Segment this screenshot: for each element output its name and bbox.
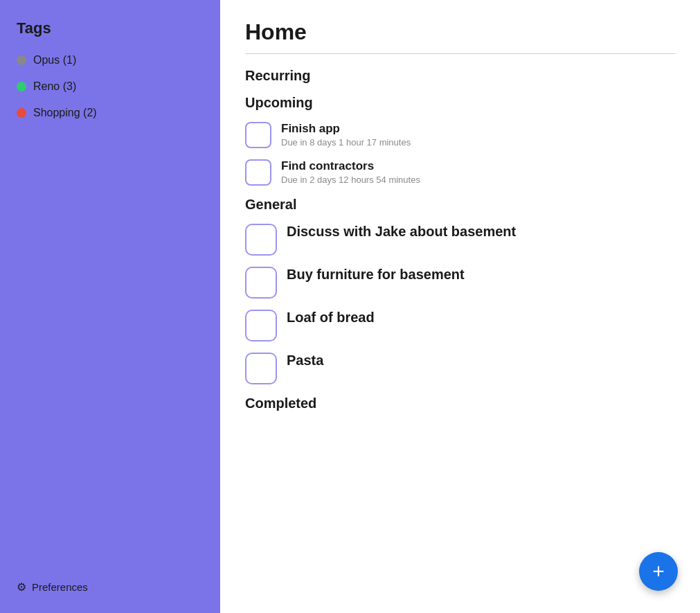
sidebar-item-shopping[interactable]: Shopping (2) <box>17 107 204 119</box>
task-pasta: Pasta <box>245 353 675 384</box>
page-title: Home <box>245 19 675 45</box>
discuss-jake-content: Discuss with Jake about basement <box>287 224 516 240</box>
find-contractors-content: Find contractors Due in 2 days 12 hours … <box>281 159 420 185</box>
buy-furniture-content: Buy furniture for basement <box>287 267 465 283</box>
sidebar-title: Tags <box>17 19 204 37</box>
task-finish-app: Finish app Due in 8 days 1 hour 17 minut… <box>245 122 675 148</box>
loaf-bread-name: Loaf of bread <box>287 310 375 326</box>
reno-dot <box>17 82 26 91</box>
sidebar-item-reno[interactable]: Reno (3) <box>17 80 204 93</box>
finish-app-due: Due in 8 days 1 hour 17 minutes <box>281 137 411 148</box>
finish-app-content: Finish app Due in 8 days 1 hour 17 minut… <box>281 122 411 148</box>
section-upcoming-label: Upcoming <box>245 95 675 111</box>
title-divider <box>245 53 675 54</box>
preferences-button[interactable]: ⚙ Preferences <box>17 580 88 594</box>
find-contractors-name: Find contractors <box>281 159 420 173</box>
sidebar: Tags Opus (1) Reno (3) Shopping (2) ⚙ Pr… <box>0 0 220 613</box>
shopping-dot <box>17 108 26 118</box>
loaf-bread-checkbox[interactable] <box>245 310 277 341</box>
task-discuss-jake: Discuss with Jake about basement <box>245 224 675 256</box>
preferences-label: Preferences <box>32 581 88 593</box>
buy-furniture-checkbox[interactable] <box>245 267 277 299</box>
reno-label: Reno (3) <box>33 80 76 93</box>
loaf-bread-content: Loaf of bread <box>287 310 375 326</box>
find-contractors-checkbox[interactable] <box>245 159 271 186</box>
gear-icon: ⚙ <box>17 580 26 594</box>
opus-dot <box>17 55 26 65</box>
section-general: General Discuss with Jake about basement… <box>245 197 675 384</box>
task-buy-furniture: Buy furniture for basement <box>245 267 675 299</box>
section-completed-label: Completed <box>245 396 675 411</box>
buy-furniture-name: Buy furniture for basement <box>287 267 465 283</box>
section-general-label: General <box>245 197 675 213</box>
section-recurring: Recurring <box>245 68 675 84</box>
opus-label: Opus (1) <box>33 54 76 66</box>
add-task-fab[interactable]: + <box>639 552 678 591</box>
pasta-name: Pasta <box>287 353 323 368</box>
discuss-jake-name: Discuss with Jake about basement <box>287 224 516 240</box>
finish-app-checkbox[interactable] <box>245 122 271 148</box>
finish-app-name: Finish app <box>281 122 411 136</box>
task-loaf-bread: Loaf of bread <box>245 310 675 341</box>
shopping-label: Shopping (2) <box>33 107 97 119</box>
find-contractors-due: Due in 2 days 12 hours 54 minutes <box>281 175 420 185</box>
section-upcoming: Upcoming Finish app Due in 8 days 1 hour… <box>245 95 675 186</box>
pasta-content: Pasta <box>287 353 323 368</box>
main-content: Home Recurring Upcoming Finish app Due i… <box>220 0 700 613</box>
task-find-contractors: Find contractors Due in 2 days 12 hours … <box>245 159 675 186</box>
section-completed: Completed <box>245 396 675 411</box>
tag-list: Opus (1) Reno (3) Shopping (2) <box>17 54 204 119</box>
section-recurring-label: Recurring <box>245 68 675 84</box>
pasta-checkbox[interactable] <box>245 353 277 384</box>
discuss-jake-checkbox[interactable] <box>245 224 277 256</box>
sidebar-item-opus[interactable]: Opus (1) <box>17 54 204 66</box>
